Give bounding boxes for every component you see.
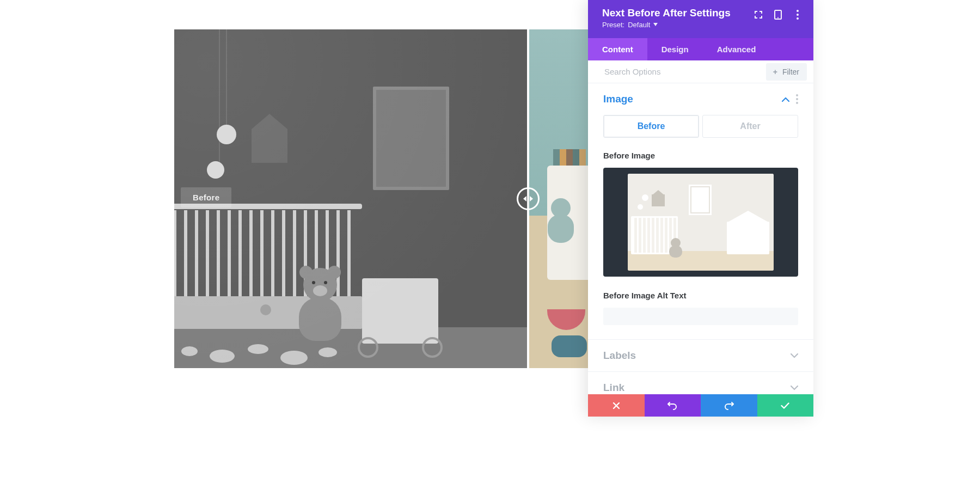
tablet-icon[interactable] [772,9,784,21]
preset-selector[interactable]: Preset: Default [602,21,731,29]
svg-point-1 [777,17,779,19]
redo-icon [724,401,734,410]
before-alt-input[interactable] [603,308,798,325]
arrow-left-icon [523,196,527,201]
settings-tabs: Content Design Advanced [588,38,813,60]
panel-body: Image Before After Before Image [588,83,813,394]
toggle-after[interactable]: After [702,115,798,138]
check-icon [781,402,789,409]
tab-content[interactable]: Content [588,38,647,60]
preset-value: Default [628,21,650,29]
chevron-up-icon [782,97,789,102]
tab-advanced[interactable]: Advanced [703,38,770,60]
before-image-upload[interactable] [603,168,798,277]
search-input[interactable] [588,60,766,83]
section-labels: Labels [588,340,813,372]
app-canvas: Before Next Before After Settings Preset… [0,0,980,483]
close-icon [612,402,620,409]
chevron-down-icon [791,386,798,390]
before-label-badge: Before [181,187,231,207]
plus-icon: + [771,68,779,76]
section-image: Image Before After Before Image [588,83,813,340]
before-image-label: Before Image [603,151,798,160]
before-after-preview[interactable]: Before [174,29,588,368]
undo-icon [667,401,677,410]
section-link-header[interactable]: Link [588,372,813,394]
section-link-title: Link [603,382,624,394]
panel-header: Next Before After Settings Preset: Defau… [588,0,813,38]
tab-design[interactable]: Design [647,38,703,60]
before-after-toggle: Before After [603,115,798,138]
section-image-header[interactable]: Image [588,83,813,115]
save-button[interactable] [757,394,814,417]
more-menu-icon[interactable] [792,9,804,21]
section-image-title: Image [603,93,633,105]
arrow-right-icon [529,196,534,201]
section-link: Link [588,372,813,394]
cancel-button[interactable] [588,394,645,417]
slider-handle[interactable] [517,187,540,210]
redo-button[interactable] [701,394,757,417]
chevron-down-icon [791,353,798,358]
section-labels-title: Labels [603,350,636,362]
expand-icon[interactable] [752,9,764,21]
section-more-icon[interactable] [796,94,798,104]
panel-title: Next Before After Settings [602,7,731,20]
section-labels-header[interactable]: Labels [588,340,813,371]
toggle-before[interactable]: Before [603,115,699,138]
before-alt-label: Before Image Alt Text [603,291,798,300]
settings-panel: Next Before After Settings Preset: Defau… [588,0,813,417]
preset-label: Preset: [602,21,624,29]
before-image-thumbnail [628,174,774,271]
search-row: + Filter [588,60,813,83]
caret-down-icon [653,23,658,26]
filter-button-label: Filter [782,68,799,76]
filter-button[interactable]: + Filter [766,63,807,81]
undo-button[interactable] [645,394,701,417]
panel-footer [588,394,813,417]
